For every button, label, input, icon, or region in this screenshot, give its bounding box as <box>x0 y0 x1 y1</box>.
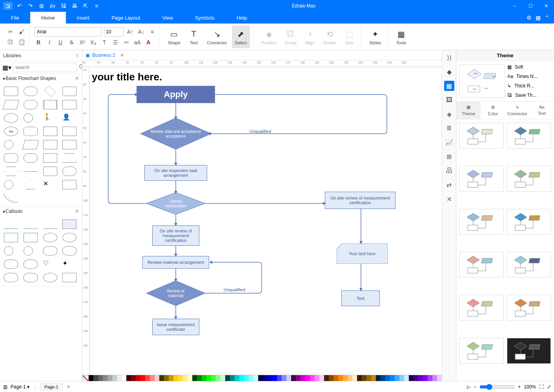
theme-thumbnail[interactable] <box>459 252 504 278</box>
color-swatch[interactable] <box>385 375 390 381</box>
theme-tab-color[interactable]: ⊞Color <box>481 102 505 119</box>
callout-misc4[interactable] <box>62 273 77 282</box>
add-page-button[interactable]: + <box>67 383 70 390</box>
color-swatch[interactable] <box>136 375 140 381</box>
theme-opt-save[interactable]: 🖫Save Th... <box>507 93 551 98</box>
callout-misc2[interactable] <box>24 273 38 282</box>
theme-thumbnail[interactable] <box>507 338 551 364</box>
color-swatch[interactable] <box>112 375 117 381</box>
color-swatch[interactable] <box>216 375 221 381</box>
color-swatch[interactable] <box>329 375 333 381</box>
theme-tab-text[interactable]: AaText <box>530 102 554 119</box>
color-swatch[interactable] <box>225 375 230 381</box>
shuffle-icon[interactable]: ⤨ <box>444 194 454 204</box>
callout-speech1[interactable] <box>4 233 18 242</box>
color-swatch[interactable] <box>183 375 188 381</box>
color-swatch[interactable] <box>352 375 357 381</box>
callout-thought2[interactable] <box>62 233 77 242</box>
copy-icon[interactable]: ⿻ <box>6 38 15 46</box>
color-swatch[interactable] <box>268 375 272 381</box>
print-icon[interactable]: 🖶 <box>71 2 78 10</box>
theme-tab-connector[interactable]: ↳Connector <box>505 102 530 119</box>
callout-bubble2[interactable] <box>24 246 33 256</box>
color-swatch[interactable] <box>178 375 183 381</box>
callout-rect[interactable] <box>62 220 77 229</box>
color-swatch[interactable] <box>239 375 244 381</box>
color-swatch[interactable] <box>140 375 145 381</box>
color-swatch[interactable] <box>89 375 93 381</box>
color-swatch[interactable] <box>423 375 428 381</box>
shape-rectangle[interactable] <box>4 87 18 96</box>
close-category-icon[interactable]: ✕ <box>75 209 79 214</box>
color-swatch[interactable] <box>310 375 315 381</box>
save-icon[interactable]: 🖫 <box>60 2 67 10</box>
shape-arc[interactable] <box>4 193 18 203</box>
shape-wave2[interactable] <box>24 153 38 163</box>
close-tab-icon[interactable]: ✕ <box>120 53 124 58</box>
styles-tool[interactable]: ✦Styles <box>366 25 384 48</box>
color-swatch[interactable] <box>338 375 343 381</box>
theme-thumbnail[interactable] <box>459 209 504 235</box>
text-tool[interactable]: TText <box>185 25 202 48</box>
shape-hexagon[interactable] <box>4 167 18 176</box>
menu-view[interactable]: View <box>151 12 184 24</box>
color-swatch[interactable] <box>381 375 385 381</box>
color-swatch[interactable] <box>348 375 352 381</box>
bullets-icon[interactable]: ≔ <box>122 38 131 47</box>
color-swatch[interactable] <box>428 375 432 381</box>
theme-thumbnail[interactable] <box>507 252 551 278</box>
library-menu-icon[interactable]: ▦▾ <box>2 63 11 72</box>
color-swatch[interactable] <box>122 375 126 381</box>
fill-icon[interactable]: ◆ <box>444 67 454 77</box>
fullscreen-icon[interactable]: ⤢ <box>547 384 551 390</box>
theme-opt-soft[interactable]: ▦Soft <box>507 64 551 70</box>
color-swatch[interactable] <box>258 375 263 381</box>
no-color-swatch[interactable] <box>82 375 89 381</box>
shape-x[interactable]: ✕ <box>43 180 57 189</box>
color-swatch[interactable] <box>414 375 418 381</box>
menu-insert[interactable]: Insert <box>66 12 101 24</box>
fit-page-icon[interactable]: ⛶ <box>539 384 544 390</box>
expand-strip-icon[interactable]: ⟩⟩ <box>444 53 454 63</box>
shape-card[interactable] <box>43 127 57 136</box>
color-swatch[interactable] <box>206 375 211 381</box>
node-onsite-review-right[interactable]: On site review of measurement certificat… <box>325 192 395 209</box>
color-swatch[interactable] <box>301 375 305 381</box>
shape-connector[interactable] <box>4 140 13 149</box>
undo-icon[interactable]: ↶ <box>16 2 24 10</box>
color-swatch[interactable] <box>253 375 258 381</box>
callout-line3[interactable] <box>43 220 57 229</box>
shape-circle[interactable] <box>24 113 33 123</box>
color-swatch[interactable] <box>277 375 282 381</box>
theme-opt-connector[interactable]: ↳Thick R... <box>507 83 551 89</box>
theme-thumbnail[interactable] <box>459 123 504 149</box>
minimize-button[interactable]: ─ <box>507 0 523 12</box>
superscript-icon[interactable]: X² <box>78 38 87 47</box>
shape-tape[interactable] <box>62 140 77 149</box>
color-swatch[interactable] <box>169 375 173 381</box>
align-text-icon[interactable]: ≡ <box>148 27 157 36</box>
color-swatch[interactable] <box>395 375 399 381</box>
open-icon[interactable]: 🗁 <box>49 2 56 10</box>
color-swatch[interactable] <box>173 375 178 381</box>
zoom-in-button[interactable]: + <box>518 384 521 390</box>
color-swatch[interactable] <box>437 375 442 381</box>
menu-help[interactable]: Help <box>226 12 258 24</box>
color-swatch[interactable] <box>263 375 268 381</box>
node-onsite-task[interactable]: On site inspection task arrangement <box>144 165 207 181</box>
text-highlight-icon[interactable]: T <box>100 38 109 47</box>
apps-icon[interactable]: ▦ <box>536 15 541 21</box>
color-swatch[interactable] <box>164 375 169 381</box>
theme-thumbnail[interactable] <box>459 166 504 192</box>
color-swatch[interactable] <box>404 375 409 381</box>
color-swatch[interactable] <box>305 375 310 381</box>
node-onsite-review-left[interactable]: On site review of measurement certificat… <box>152 225 199 246</box>
font-color-icon[interactable]: A <box>144 38 153 47</box>
color-swatch[interactable] <box>409 375 414 381</box>
color-swatch[interactable] <box>343 375 348 381</box>
shape-callout[interactable] <box>62 87 77 96</box>
node-issue-cert[interactable]: Issue measurement certificate <box>152 319 199 335</box>
node-review-material-arr[interactable]: Review material arrangement <box>142 256 209 269</box>
theme-tab-theme[interactable]: ▦Theme <box>456 102 481 119</box>
redo-icon[interactable]: ↷ <box>27 2 35 10</box>
